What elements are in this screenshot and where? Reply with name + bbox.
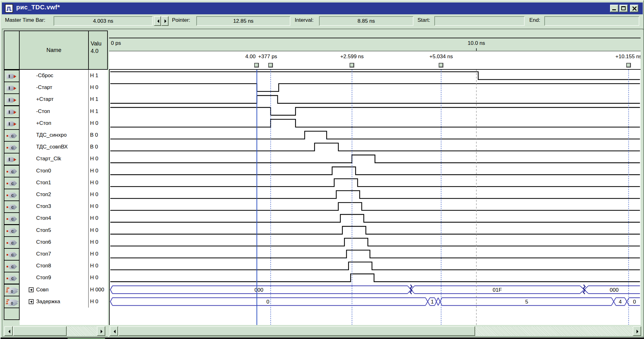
waveform-hscrollbar[interactable]	[110, 326, 641, 336]
cropped-bottom-edge	[1, 337, 644, 339]
scrollbar-thumb[interactable]	[118, 326, 475, 336]
waveform-canvas[interactable]: 00001F00001540	[109, 70, 641, 325]
bit-waveform	[110, 155, 640, 163]
signal-value-at-master-bar: H 0	[90, 117, 108, 129]
signal-name[interactable]: Стоп8	[36, 260, 51, 272]
scroll-left-button[interactable]	[4, 326, 13, 336]
signal-icon-cell[interactable]	[4, 82, 20, 94]
signal-icon-cell[interactable]: c	[4, 189, 20, 201]
signal-name[interactable]: Совп	[36, 284, 49, 296]
right-gutter	[641, 30, 643, 336]
time-bar-label: 4.00	[237, 54, 255, 60]
signal-name[interactable]: -Старт	[36, 82, 52, 93]
svg-text:5: 5	[525, 299, 528, 305]
comb-signal-icon: c	[7, 239, 18, 246]
interval-field: 8.85 ns	[319, 16, 413, 26]
signal-icon-cell[interactable]	[4, 106, 20, 118]
maximize-button[interactable]	[619, 5, 628, 12]
comb-signal-icon: c	[7, 204, 18, 210]
master-bar-next-button[interactable]	[161, 16, 169, 26]
close-button[interactable]	[630, 5, 638, 12]
signal-name[interactable]: Стоп2	[36, 189, 51, 200]
signal-name[interactable]: Стоп1	[36, 177, 51, 189]
signal-value-at-master-bar: H 1	[90, 106, 108, 117]
expand-group-button[interactable]	[29, 287, 34, 292]
signal-name[interactable]: Стоп7	[36, 248, 51, 260]
expand-group-button[interactable]	[29, 299, 34, 304]
bit-waveform	[110, 262, 640, 270]
signal-name[interactable]: Стоп4	[36, 212, 51, 224]
signal-name[interactable]: -Сброс	[36, 70, 53, 82]
signal-name[interactable]: Стоп5	[36, 224, 51, 236]
signal-name[interactable]: +Старт	[36, 93, 54, 105]
time-ruler[interactable]: 0 ps 10.0 ns	[109, 38, 641, 51]
value-column-header[interactable]: Valu4.0	[88, 31, 108, 70]
comb-signal-icon: c	[7, 180, 18, 187]
time-bar-flag[interactable]	[254, 63, 259, 68]
master-bar-prev-button[interactable]	[154, 16, 161, 26]
signal-icon-cell[interactable]	[4, 70, 20, 82]
signal-name[interactable]: ТДС_синхро	[36, 129, 67, 141]
signal-name[interactable]: Старт_Clk	[36, 153, 61, 165]
signal-icon-cell[interactable]: c	[4, 236, 20, 249]
comb-signal-icon: c	[7, 168, 18, 175]
signal-icon-cell[interactable]: c	[4, 260, 20, 272]
time-bar-flag[interactable]	[626, 63, 631, 68]
signal-name[interactable]: +Стоп	[36, 117, 51, 129]
signal-icon-cell[interactable]: c	[4, 248, 20, 261]
svg-text:1: 1	[431, 299, 434, 305]
icon-column-header[interactable]	[4, 31, 20, 70]
time-bar-strip[interactable]: 4.00+377 ps+2.599 ns+5.034 ns+10.155 ns	[109, 51, 641, 70]
signal-list-hscrollbar[interactable]	[4, 326, 105, 336]
signal-value-at-master-bar: H 0	[90, 153, 108, 165]
time-bar-label: +377 ps	[258, 54, 277, 60]
signal-name[interactable]: Стоп6	[36, 236, 51, 248]
comb-signal-icon: c	[7, 251, 18, 258]
master-time-bar-field[interactable]: 4.003 ns	[54, 16, 153, 26]
time-bar-label: +5.034 ns	[424, 54, 458, 60]
signal-icon-cell[interactable]: 0	[4, 296, 20, 308]
signal-icon-cell[interactable]: c	[4, 129, 20, 142]
scroll-left-button[interactable]	[110, 326, 118, 336]
signal-value-at-master-bar: H 1	[90, 70, 108, 82]
signal-value-at-master-bar: H 0	[90, 82, 108, 93]
signal-name[interactable]: Задержка	[36, 296, 60, 308]
signal-name[interactable]: Стоп3	[36, 200, 51, 212]
bit-waveform	[110, 274, 640, 282]
signal-name[interactable]: ТДС_совпВХ	[36, 141, 68, 153]
signal-icon-cell[interactable]: c	[4, 165, 20, 177]
svg-text:000: 000	[255, 287, 263, 293]
signal-value-at-master-bar: B 0	[90, 129, 108, 141]
time-bar-flag[interactable]	[439, 63, 443, 68]
time-bar-flag[interactable]	[268, 63, 273, 68]
window-title: рис_TDC.vwf*	[16, 4, 60, 11]
signal-icon-cell[interactable]: c	[4, 272, 20, 284]
ruler-origin-label: 0 ps	[111, 40, 121, 46]
svg-text:000: 000	[610, 287, 618, 293]
signal-icon-cell[interactable]: c	[4, 200, 20, 213]
scroll-right-button[interactable]	[97, 326, 105, 336]
signal-icon-cell[interactable]: c	[4, 212, 20, 225]
pointer-label: Pointer:	[172, 17, 190, 23]
signal-icon-cell[interactable]: 0	[4, 284, 20, 296]
signal-icon-cell[interactable]	[4, 117, 20, 130]
empty-icon-cell	[4, 308, 20, 320]
title-bar[interactable]: рис_TDC.vwf*	[2, 2, 643, 14]
end-field[interactable]	[544, 16, 639, 26]
signal-icon-cell[interactable]	[4, 153, 20, 165]
signal-value-at-master-bar: H 0	[90, 272, 108, 284]
signal-name[interactable]: -Стоп	[36, 106, 50, 117]
start-field[interactable]	[434, 16, 525, 26]
signal-icon-cell[interactable]: c	[4, 177, 20, 189]
minimize-button[interactable]	[610, 5, 618, 12]
signal-name[interactable]: Стоп0	[36, 165, 51, 177]
signal-icon-cell[interactable]: c	[4, 141, 20, 153]
comb-signal-icon: c	[7, 275, 18, 282]
signal-icon-cell[interactable]	[4, 93, 20, 106]
signal-icon-cell[interactable]: c	[4, 224, 20, 237]
scrollbar-thumb[interactable]	[13, 326, 67, 336]
time-bar-flag[interactable]	[350, 63, 354, 68]
scroll-right-button[interactable]	[633, 326, 641, 336]
signal-name[interactable]: Стоп9	[36, 272, 51, 284]
name-column-header[interactable]: Name	[19, 31, 89, 70]
